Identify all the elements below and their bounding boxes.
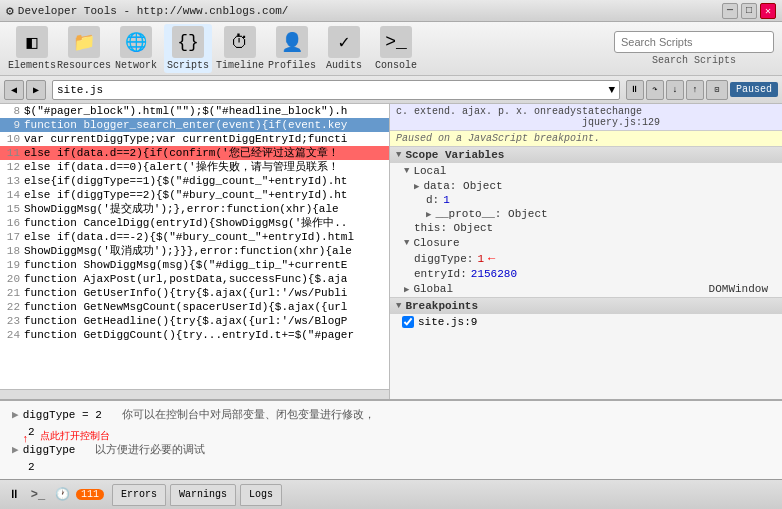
closure-expand-icon: ▼ — [404, 238, 409, 248]
scripts-icon: {} — [172, 26, 204, 58]
code-line-13[interactable]: 13else{if(diggType==1){$("#digg_count_"+… — [0, 174, 389, 188]
code-panel: 8$("#pager_block").html("");$("#headline… — [0, 104, 390, 399]
call-info-text: c. extend. ajax. p. x. onreadystatechang… — [396, 106, 642, 117]
prompt-3: ▶ — [12, 443, 19, 456]
elements-label: Elements — [8, 60, 56, 71]
line-number: 11 — [2, 146, 24, 160]
prompt-1: ▶ — [12, 408, 19, 421]
breakpoints-header[interactable]: ▼ Breakpoints — [390, 298, 782, 314]
code-line-11[interactable]: 11else if(data.d==2){if(confirm('您已经评过这篇… — [0, 146, 389, 160]
audits-icon: ✓ — [328, 26, 360, 58]
back-button[interactable]: ◀ — [4, 80, 24, 100]
network-button[interactable]: 🌐 Network — [112, 24, 160, 73]
error-badge: 111 — [76, 489, 104, 500]
line-number: 19 — [2, 258, 24, 272]
console-clock-button[interactable]: 🕐 — [52, 485, 72, 505]
elements-icon: ◧ — [16, 26, 48, 58]
file-selector[interactable]: site.js ▼ — [52, 80, 620, 100]
code-line-22[interactable]: 22function GetNewMsgCount(spacerUserId){… — [0, 300, 389, 314]
comment-3: 以方便进行必要的调试 — [95, 442, 205, 457]
code-line-20[interactable]: 20function AjaxPost(url,postData,success… — [0, 272, 389, 286]
closure-header[interactable]: ▼ Closure — [390, 235, 782, 251]
close-button[interactable]: ✕ — [760, 3, 776, 19]
console-pause-button[interactable]: ⏸ — [4, 485, 24, 505]
scripts-label: Scripts — [167, 60, 209, 71]
scope-variables-header[interactable]: ▼ Scope Variables — [390, 147, 782, 163]
dropdown-icon: ▼ — [608, 84, 615, 96]
line-content: function GetDiggCount(){try...entryId.t+… — [24, 328, 387, 342]
logs-tab[interactable]: Logs — [240, 484, 282, 506]
toggle-breakpoints-button[interactable]: ⊡ — [706, 80, 728, 100]
bp-checkbox[interactable] — [402, 316, 414, 328]
horizontal-scrollbar[interactable] — [0, 389, 389, 399]
entryid-item: entryId: 2156280 — [390, 267, 782, 281]
code-line-23[interactable]: 23function GetHeadline(){try{$.ajax({url… — [0, 314, 389, 328]
profiles-button[interactable]: 👤 Profiles — [268, 24, 316, 73]
line-number: 14 — [2, 188, 24, 202]
code-line-18[interactable]: 18ShowDiggMsg('取消成功');}}},error:function… — [0, 244, 389, 258]
this-item: this: Object — [390, 221, 782, 235]
data-expand-icon: ▶ — [414, 181, 419, 192]
line-number: 16 — [2, 216, 24, 230]
data-object-item: ▶ data: Object — [390, 179, 782, 193]
open-console-arrow[interactable]: ↑ — [22, 433, 29, 445]
timeline-button[interactable]: ⏱ Timeline — [216, 24, 264, 73]
code-line-21[interactable]: 21function GetUserInfo(){try{$.ajax({url… — [0, 286, 389, 300]
breakpoints-section: ▼ Breakpoints site.js:9 — [390, 298, 782, 330]
expand-icon: ▼ — [396, 150, 401, 160]
local-label: Local — [413, 165, 446, 177]
forward-button[interactable]: ▶ — [26, 80, 46, 100]
scripts-button[interactable]: {} Scripts — [164, 24, 212, 73]
closure-label: Closure — [413, 237, 459, 249]
code-line-12[interactable]: 12else if(data.d==0){alert('操作失败，请与管理员联系… — [0, 160, 389, 174]
minimize-button[interactable]: ─ — [722, 3, 738, 19]
line-number: 23 — [2, 314, 24, 328]
annotation-line-4: 2 — [4, 459, 778, 475]
elements-button[interactable]: ◧ Elements — [8, 24, 56, 73]
errors-tab[interactable]: Errors — [112, 484, 166, 506]
line-content: else if(data.d==-2){$("#bury_count_"+ent… — [24, 230, 387, 244]
maximize-button[interactable]: □ — [741, 3, 757, 19]
resources-button[interactable]: 📁 Resources — [60, 24, 108, 73]
line-content: function GetHeadline(){try{$.ajax({url:'… — [24, 314, 387, 328]
line-number: 8 — [2, 104, 24, 118]
code-line-9[interactable]: 9function blogger_search_enter(event){if… — [0, 118, 389, 132]
line-number: 24 — [2, 328, 24, 342]
logs-tab-label: Logs — [249, 489, 273, 500]
audits-button[interactable]: ✓ Audits — [320, 24, 368, 73]
line-content: function CancelDigg(entryId){ShowDiggMsg… — [24, 216, 387, 230]
step-out-button[interactable]: ↑ — [686, 80, 704, 100]
code-line-17[interactable]: 17else if(data.d==-2){$("#bury_count_"+e… — [0, 230, 389, 244]
line-number: 13 — [2, 174, 24, 188]
local-header[interactable]: ▼ Local — [390, 163, 782, 179]
code-line-8[interactable]: 8$("#pager_block").html("");$("#headline… — [0, 104, 389, 118]
global-header[interactable]: ▶ Global DOMWindow — [390, 281, 782, 297]
code-line-19[interactable]: 19function ShowDiggMsg(msg){$("#digg_tip… — [0, 258, 389, 272]
resources-icon: 📁 — [68, 26, 100, 58]
line-content: else if(data.d==2){if(confirm('您已经评过这篇文章… — [24, 146, 387, 160]
code-line-15[interactable]: 15ShowDiggMsg('提交成功');},error:function(x… — [0, 202, 389, 216]
code-line-16[interactable]: 16function CancelDigg(entryId){ShowDiggM… — [0, 216, 389, 230]
line-number: 15 — [2, 202, 24, 216]
local-expand-icon: ▼ — [404, 166, 409, 176]
step-into-button[interactable]: ↓ — [666, 80, 684, 100]
step-over-button[interactable]: ↷ — [646, 80, 664, 100]
global-label: Global — [413, 283, 453, 295]
warnings-tab[interactable]: Warnings — [170, 484, 236, 506]
console-button[interactable]: >_ Console — [372, 24, 420, 73]
line-number: 17 — [2, 230, 24, 244]
line-content: function GetNewMsgCount(spacerUserId){$.… — [24, 300, 387, 314]
proto-item: ▶ __proto__: Object — [390, 207, 782, 221]
search-input[interactable] — [614, 31, 774, 53]
main-toolbar: ◧ Elements 📁 Resources 🌐 Network {} Scri… — [0, 22, 782, 76]
code-lines: 8$("#pager_block").html("");$("#headline… — [0, 104, 389, 389]
line-content: ShowDiggMsg('提交成功');},error:function(xhr… — [24, 202, 387, 216]
line-content: $("#pager_block").html("");$("#headline_… — [24, 104, 387, 118]
code-4: 2 — [16, 461, 35, 473]
code-line-10[interactable]: 10var currentDiggType;var currentDiggEnt… — [0, 132, 389, 146]
title-bar: ⚙ Developer Tools - http://www.cnblogs.c… — [0, 0, 782, 22]
code-line-14[interactable]: 14else if(diggType==2){$("#bury_count_"+… — [0, 188, 389, 202]
code-line-24[interactable]: 24function GetDiggCount(){try...entryId.… — [0, 328, 389, 342]
pause-button[interactable]: ⏸ — [626, 80, 644, 100]
console-prompt-button[interactable]: >_ — [28, 485, 48, 505]
